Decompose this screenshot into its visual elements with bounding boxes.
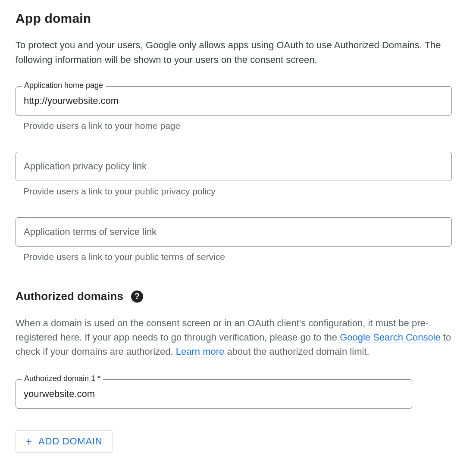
add-domain-label: ADD DOMAIN <box>38 436 103 447</box>
privacy-policy-helper: Provide users a link to your public priv… <box>23 186 460 197</box>
app-domain-heading: App domain <box>16 11 460 26</box>
authorized-domain-1-input[interactable] <box>16 379 412 409</box>
authorized-domain-1-label: Authorized domain 1 * <box>22 374 103 383</box>
home-page-field: Application home page <box>16 86 460 116</box>
help-icon[interactable]: ? <box>131 291 143 303</box>
home-page-label: Application home page <box>22 81 106 90</box>
terms-of-service-input[interactable] <box>16 217 452 247</box>
authorized-domains-heading: Authorized domains ? <box>16 290 460 303</box>
google-search-console-link[interactable]: Google Search Console <box>340 332 441 343</box>
privacy-policy-field <box>16 152 460 181</box>
authorized-domains-description: When a domain is used on the consent scr… <box>16 316 455 359</box>
home-page-helper: Provide users a link to your home page <box>23 121 460 131</box>
app-domain-description: To protect you and your users, Google on… <box>16 38 455 67</box>
learn-more-link[interactable]: Learn more <box>176 346 225 357</box>
plus-icon: + <box>25 436 32 447</box>
home-page-input[interactable] <box>16 86 452 116</box>
terms-of-service-field <box>16 217 460 247</box>
privacy-policy-input[interactable] <box>16 152 452 181</box>
add-domain-button[interactable]: + ADD DOMAIN <box>16 430 113 453</box>
auth-desc-text-3: about the authorized domain limit. <box>224 346 369 357</box>
authorized-domain-1-field: Authorized domain 1 * <box>16 379 460 409</box>
terms-of-service-helper: Provide users a link to your public term… <box>23 252 460 262</box>
authorized-domains-title: Authorized domains <box>16 290 123 303</box>
